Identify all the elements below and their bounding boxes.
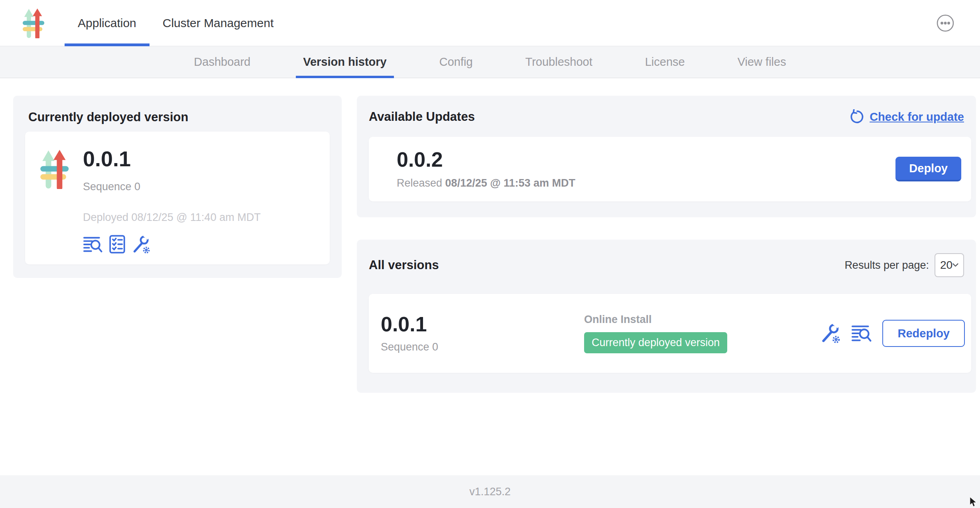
app-logo-icon	[22, 8, 45, 38]
deployed-version-card: 0.0.1 Sequence 0 Deployed 08/12/25 @ 11:…	[25, 132, 330, 264]
row-version-number: 0.0.1	[381, 313, 584, 335]
tab-view-files[interactable]: View files	[730, 46, 793, 78]
all-versions-card: All versions Results per page: 20 0.0.1 …	[357, 240, 976, 393]
released-date: 08/12/25 @ 11:53 am MDT	[445, 177, 576, 189]
admin-console-app: Application Cluster Management Dashboard…	[0, 0, 980, 508]
tab-troubleshoot[interactable]: Troubleshoot	[518, 46, 600, 78]
currently-deployed-title: Currently deployed version	[28, 110, 342, 124]
preflight-checks-button[interactable]	[109, 235, 125, 254]
deployed-sequence-label: Sequence 0	[83, 181, 261, 193]
tab-version-history[interactable]: Version history	[296, 46, 394, 78]
update-version-info: 0.0.2 Released 08/12/25 @ 11:53 am MDT	[397, 149, 575, 189]
app-subnav: Dashboard Version history Config Trouble…	[0, 46, 980, 78]
row-install-info: Online Install Currently deployed versio…	[584, 313, 727, 353]
results-per-page-select[interactable]: 20	[935, 253, 964, 277]
top-header: Application Cluster Management	[0, 0, 980, 46]
results-per-page-value: 20	[940, 259, 952, 272]
currently-deployed-card: Currently deployed version 0.0.1 Sequenc…	[13, 96, 342, 278]
tab-license[interactable]: License	[638, 46, 692, 78]
results-per-page: Results per page: 20	[844, 253, 964, 277]
deploy-logs-icon	[83, 236, 103, 253]
config-icon	[132, 235, 151, 254]
tab-label: License	[645, 55, 685, 69]
config-button[interactable]	[132, 235, 151, 254]
nav-tab-label: Cluster Management	[163, 16, 274, 30]
deploy-logs-button[interactable]	[83, 236, 103, 253]
tab-label: Config	[439, 55, 473, 69]
deployed-version-info: 0.0.1 Sequence 0 Deployed 08/12/25 @ 11:…	[83, 148, 261, 264]
tab-label: View files	[738, 55, 786, 69]
tab-label: Troubleshoot	[525, 55, 592, 69]
currently-deployed-badge: Currently deployed version	[584, 332, 727, 353]
tab-config[interactable]: Config	[432, 46, 480, 78]
chevron-down-icon	[952, 263, 958, 267]
deployed-actions	[83, 235, 261, 254]
mouse-cursor	[970, 497, 978, 507]
overflow-menu-button[interactable]	[936, 14, 954, 32]
redeploy-button[interactable]: Redeploy	[882, 320, 965, 347]
preflight-checks-icon	[109, 235, 125, 254]
available-updates-header: Available Updates Check for update	[357, 96, 976, 124]
install-type-label: Online Install	[584, 313, 727, 326]
check-for-update-label: Check for update	[870, 110, 964, 124]
deploy-button[interactable]: Deploy	[895, 157, 961, 181]
results-per-page-label: Results per page:	[844, 259, 929, 272]
released-prefix: Released	[397, 177, 442, 189]
row-version-info: 0.0.1 Sequence 0	[381, 313, 584, 353]
tab-label: Dashboard	[194, 55, 250, 69]
console-version-label: v1.125.2	[469, 486, 511, 498]
available-updates-card: Available Updates Check for update 0.0.2…	[357, 96, 976, 217]
nav-tab-label: Application	[78, 16, 136, 30]
row-actions: Redeploy	[820, 320, 965, 347]
all-versions-header: All versions Results per page: 20	[357, 240, 976, 277]
check-for-update-link[interactable]: Check for update	[850, 109, 964, 124]
all-versions-title: All versions	[369, 258, 439, 272]
row-deploy-logs-button[interactable]	[851, 324, 872, 343]
released-timestamp: Released 08/12/25 @ 11:53 am MDT	[397, 177, 575, 189]
refresh-icon	[850, 109, 865, 124]
version-row: 0.0.1 Sequence 0 Online Install Currentl…	[369, 294, 971, 373]
nav-tab-cluster-management[interactable]: Cluster Management	[150, 0, 287, 46]
primary-nav: Application Cluster Management	[65, 0, 287, 46]
update-version-number: 0.0.2	[397, 149, 575, 171]
deploy-logs-icon	[851, 324, 872, 343]
available-updates-title: Available Updates	[369, 110, 475, 124]
app-footer: v1.125.2	[0, 475, 980, 508]
deployed-timestamp: Deployed 08/12/25 @ 11:40 am MDT	[83, 211, 261, 224]
tab-dashboard[interactable]: Dashboard	[187, 46, 258, 78]
row-config-button[interactable]	[820, 323, 841, 344]
update-version-card: 0.0.2 Released 08/12/25 @ 11:53 am MDT D…	[369, 137, 971, 201]
nav-tab-application[interactable]: Application	[65, 0, 150, 46]
tab-label: Version history	[303, 55, 387, 69]
app-logo-icon	[40, 149, 70, 189]
row-sequence-label: Sequence 0	[381, 341, 584, 353]
deployed-version-number: 0.0.1	[83, 148, 261, 170]
config-icon	[820, 323, 841, 344]
